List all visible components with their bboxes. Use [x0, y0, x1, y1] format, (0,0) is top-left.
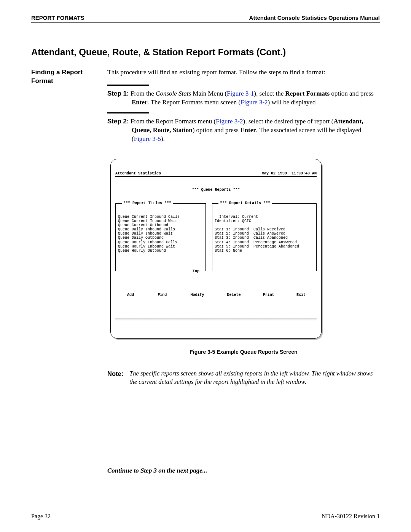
doc-id: NDA-30122 Revision 1	[322, 513, 380, 520]
note-label: Note:	[107, 369, 129, 387]
step-1-text-e: . The Report Formats menu screen (	[148, 99, 241, 106]
list-item[interactable]: Queue Daily Outbound	[118, 236, 164, 240]
detail-stat: Stat 1: Inbound Calls Received	[215, 227, 285, 232]
step-divider	[107, 85, 149, 86]
step-divider	[107, 112, 149, 113]
header-right: Attendant Console Statistics Operations …	[249, 14, 380, 21]
step-1-bold-b: Enter	[132, 99, 148, 106]
detail-stat: Stat 4: Inbound Percentage Answered	[215, 240, 297, 244]
figure-link-3-2b[interactable]: Figure 3-2	[216, 118, 243, 125]
step-2: Step 2: From the Report Formats menu (Fi…	[107, 117, 380, 144]
step-2-text-c: ) option and press	[193, 126, 241, 134]
exit-button[interactable]: Exit	[296, 293, 306, 297]
list-item[interactable]: Queue Current Inbound Calls	[118, 215, 180, 219]
list-item[interactable]: Queue Daily Inbound Calls	[118, 227, 175, 232]
note-text: The specific reports screen shows all ex…	[129, 369, 380, 387]
step-2-bold-b: Enter	[240, 126, 256, 134]
step-2-text-b: ), select the desired type of report (	[243, 118, 334, 125]
list-item[interactable]: Queue Daily Inbound Wait	[118, 232, 173, 236]
running-header: REPORT FORMATS Attendant Console Statist…	[31, 14, 380, 23]
side-heading: Finding a Report Format	[31, 68, 107, 86]
figure-link-3-2[interactable]: Figure 3-2	[241, 99, 268, 106]
list-item[interactable]: Queue Current Inbound Wait	[118, 219, 177, 223]
modify-button[interactable]: Modify	[190, 293, 204, 297]
step-1-italic: Console Stats	[156, 90, 191, 97]
terminal-screen-title: *** Queue Reports ***	[115, 188, 317, 192]
step-1: Step 1: From the Console Stats Main Menu…	[107, 89, 380, 107]
report-titles-legend: *** Report Titles ***	[122, 201, 173, 205]
report-titles-panel: *** Report Titles *** Queue Current Inbo…	[115, 203, 206, 271]
step-1-label: Step 1:	[107, 90, 129, 97]
main-column: This procedure will find an existing rep…	[107, 68, 380, 475]
step-2-label: Step 2:	[107, 118, 129, 125]
continue-text: Continue to Step 3 on the next page...	[107, 466, 380, 475]
terminal-screenshot: Attendant Statistics May 02 1999 11:39:4…	[110, 159, 322, 339]
step-1-text-f: ) will be displayed	[268, 99, 316, 106]
content-columns: Finding a Report Format This procedure w…	[31, 68, 380, 475]
header-left: REPORT FORMATS	[31, 14, 84, 21]
terminal-datetime: May 02 1999 11:39:40 AM	[262, 171, 317, 176]
report-titles-list: Queue Current Inbound Calls Queue Curren…	[118, 215, 203, 253]
section-title: Attendant, Queue, Route, & Station Repor…	[31, 47, 380, 58]
detail-interval: Interval: Current	[215, 215, 258, 219]
footer-rule	[31, 509, 380, 509]
step-1-text-d: option and press	[330, 90, 374, 97]
figure-caption: Figure 3-5 Example Queue Reports Screen	[107, 348, 380, 356]
report-details-list: Interval: Current Identifier: QCIC Stat …	[215, 215, 314, 253]
print-button[interactable]: Print	[263, 293, 274, 297]
terminal-app-title: Attendant Statistics	[115, 171, 161, 176]
page-footer: Page 32 NDA-30122 Revision 1	[31, 513, 380, 520]
step-1-text-b: Main Menu (	[191, 90, 227, 97]
step-2-text-a: From the Report Formats menu (	[131, 118, 216, 125]
page-number: Page 32	[31, 513, 51, 520]
add-button[interactable]: Add	[127, 293, 134, 297]
step-1-text-c: ), select the	[254, 90, 285, 97]
intro-text: This procedure will find an existing rep…	[107, 68, 380, 77]
detail-stat: Stat 6: None	[215, 249, 242, 253]
report-details-legend: *** Report Details ***	[218, 201, 272, 205]
detail-stat: Stat 3: Inbound Calls Abandoned	[215, 236, 288, 240]
page: REPORT FORMATS Attendant Console Statist…	[0, 0, 411, 532]
delete-button[interactable]: Delete	[227, 293, 241, 297]
detail-identifier: Identifier: QCIC	[215, 219, 251, 223]
terminal-header: Attendant Statistics May 02 1999 11:39:4…	[115, 171, 317, 177]
report-details-panel: *** Report Details *** Interval: Current…	[212, 203, 317, 271]
terminal-footer-bar	[115, 318, 317, 321]
note-block: Note: The specific reports screen shows …	[107, 369, 380, 387]
list-item[interactable]: Queue Hourly Outbound	[118, 249, 166, 253]
list-item[interactable]: Queue Hourly Inbound Calls	[118, 240, 177, 244]
detail-stat: Stat 2: Inbound Calls Answered	[215, 232, 285, 236]
panel-scroll-indicator: Top	[191, 269, 201, 273]
figure-link-3-1[interactable]: Figure 3-1	[227, 90, 254, 97]
detail-stat: Stat 5: Inbound Percentage Abandoned	[215, 244, 299, 249]
list-item[interactable]: Queue Hourly Inbound Wait	[118, 244, 175, 249]
list-item[interactable]: Queue Current Outbound	[118, 223, 168, 227]
step-2-text-e: ).	[161, 135, 165, 142]
terminal-button-row: Add Find Modify Delete Print Exit	[115, 284, 317, 306]
step-1-text-a: From the	[131, 90, 156, 97]
find-button[interactable]: Find	[158, 293, 167, 297]
step-1-bold-a: Report Formats	[285, 90, 330, 97]
figure-link-3-5[interactable]: Figure 3-5	[134, 135, 161, 142]
